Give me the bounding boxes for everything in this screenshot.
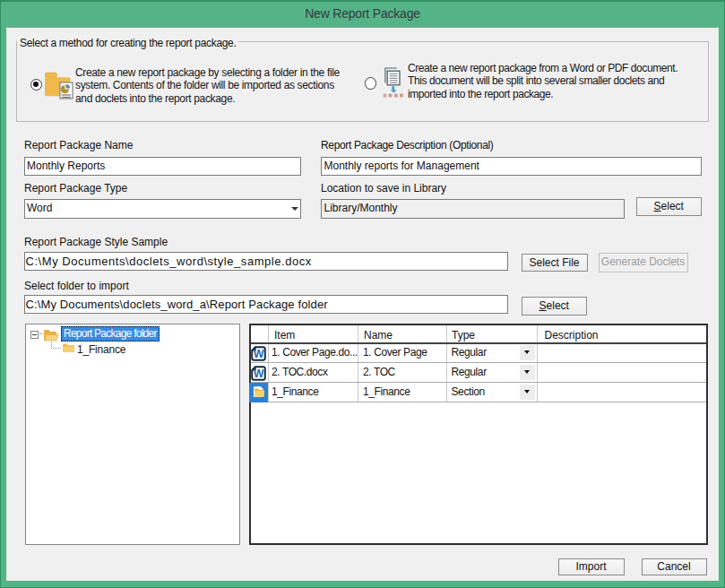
svg-text:W: W	[254, 348, 264, 360]
svg-text:W: W	[254, 368, 264, 380]
